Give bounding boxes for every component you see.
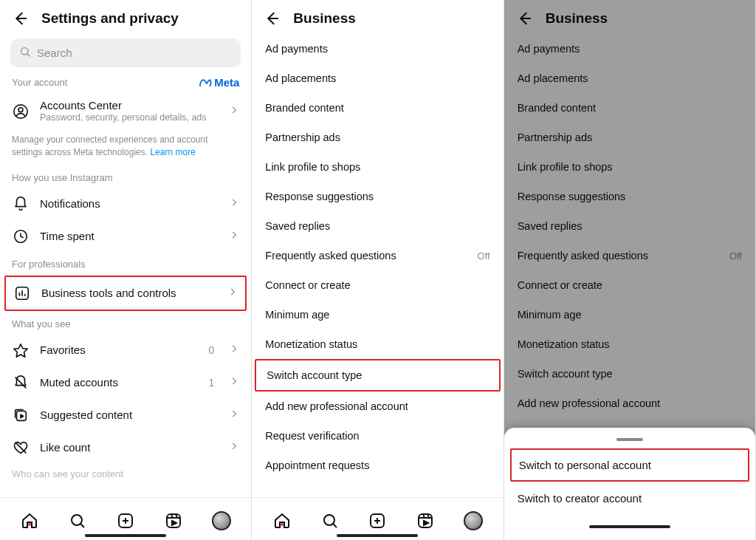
minimum-age-row[interactable]: Minimum age bbox=[252, 300, 503, 329]
link-profile-shops-row[interactable]: Link profile to shops bbox=[252, 152, 503, 182]
notification-dot bbox=[281, 523, 284, 526]
svg-line-16 bbox=[81, 524, 85, 527]
muted-count: 1 bbox=[209, 377, 215, 389]
svg-point-4 bbox=[18, 107, 23, 112]
notifications-row[interactable]: Notifications bbox=[0, 188, 251, 220]
saved-replies-row[interactable]: Saved replies bbox=[252, 211, 503, 241]
business-scroll: Ad payments Ad placements Branded conten… bbox=[252, 34, 503, 540]
add-professional-account-row[interactable]: Add new professional account bbox=[252, 392, 503, 421]
nav-search-icon[interactable] bbox=[68, 511, 87, 530]
muted-label: Muted accounts bbox=[40, 376, 199, 389]
response-suggestions-row: Response suggestions bbox=[504, 182, 755, 211]
ad-payments-row[interactable]: Ad payments bbox=[252, 34, 503, 64]
switch-account-type-highlight: Switch account type bbox=[255, 359, 500, 392]
monetization-status-row[interactable]: Monetization status bbox=[252, 329, 503, 359]
star-icon bbox=[12, 341, 30, 359]
like-count-row[interactable]: Like count bbox=[0, 431, 251, 464]
faq-row[interactable]: Frequently asked questionsOff bbox=[252, 241, 503, 270]
page-title: Business bbox=[293, 10, 355, 27]
time-spent-row[interactable]: Time spent bbox=[0, 220, 251, 253]
svg-point-26 bbox=[324, 515, 334, 525]
business-scroll-dimmed: Ad payments Ad placements Branded conten… bbox=[504, 34, 755, 462]
svg-point-15 bbox=[72, 515, 82, 525]
ad-placements-row: Ad placements bbox=[504, 64, 755, 93]
svg-marker-13 bbox=[21, 414, 24, 418]
response-suggestions-row[interactable]: Response suggestions bbox=[252, 182, 503, 211]
nav-profile-avatar[interactable] bbox=[212, 511, 231, 530]
chart-box-icon bbox=[13, 284, 31, 302]
chevron-right-icon bbox=[229, 105, 239, 118]
chevron-right-icon bbox=[229, 344, 239, 357]
how-you-use-label: How you use Instagram bbox=[0, 166, 251, 188]
appointment-requests-row[interactable]: Appointment requests bbox=[252, 451, 503, 480]
header: Business bbox=[252, 0, 503, 34]
ad-placements-row[interactable]: Ad placements bbox=[252, 64, 503, 93]
accounts-center-row[interactable]: Accounts Center Password, security, pers… bbox=[0, 92, 251, 131]
back-button[interactable] bbox=[516, 10, 532, 27]
svg-marker-24 bbox=[172, 521, 176, 525]
notifications-label: Notifications bbox=[40, 197, 219, 210]
panel-business-sheet: Business Ad payments Ad placements Brand… bbox=[504, 0, 756, 540]
back-button[interactable] bbox=[264, 10, 280, 27]
saved-replies-row: Saved replies bbox=[504, 211, 755, 241]
nav-reels-icon[interactable] bbox=[416, 511, 435, 530]
connect-create-row: Connect or create bbox=[504, 270, 755, 300]
back-button[interactable] bbox=[12, 10, 28, 27]
switch-creator-row[interactable]: Switch to creator account bbox=[504, 482, 755, 515]
business-tools-highlight: Business tools and controls bbox=[4, 276, 247, 311]
switch-account-sheet: Switch to personal account Switch to cre… bbox=[504, 428, 755, 540]
chevron-right-icon bbox=[229, 376, 239, 389]
cutoff-section-label: Who can see your content bbox=[0, 464, 251, 479]
nav-create-icon[interactable] bbox=[116, 511, 135, 530]
learn-more-link[interactable]: Learn more bbox=[150, 147, 195, 157]
nav-search-icon[interactable] bbox=[320, 511, 340, 530]
svg-line-2 bbox=[27, 54, 30, 56]
muted-accounts-row[interactable]: Muted accounts 1 bbox=[0, 366, 251, 399]
bell-icon bbox=[12, 195, 30, 213]
suggested-label: Suggested content bbox=[40, 409, 219, 421]
heart-off-icon bbox=[12, 439, 30, 457]
nav-reels-icon[interactable] bbox=[164, 511, 183, 530]
for-professionals-label: For professionals bbox=[0, 253, 251, 274]
search-input[interactable]: Search bbox=[10, 38, 241, 67]
nav-create-icon[interactable] bbox=[368, 511, 387, 530]
bottom-nav bbox=[252, 497, 503, 540]
faq-trail: Off bbox=[478, 250, 490, 262]
partnership-ads-row[interactable]: Partnership ads bbox=[252, 123, 503, 152]
bell-off-icon bbox=[12, 374, 30, 392]
ad-payments-row: Ad payments bbox=[504, 34, 755, 64]
suggested-content-row[interactable]: Suggested content bbox=[0, 399, 251, 431]
home-indicator bbox=[85, 534, 166, 537]
settings-scroll: Your account Meta Accounts Center Passwo… bbox=[0, 75, 251, 540]
partnership-ads-row: Partnership ads bbox=[504, 123, 755, 152]
nav-profile-avatar[interactable] bbox=[464, 511, 483, 530]
switch-account-type-row[interactable]: Switch account type bbox=[256, 360, 498, 390]
sheet-handle[interactable] bbox=[616, 438, 643, 441]
nav-home-icon[interactable] bbox=[20, 511, 39, 530]
switch-personal-highlight: Switch to personal account bbox=[510, 448, 749, 482]
your-account-header: Your account Meta bbox=[0, 75, 251, 92]
switch-personal-row[interactable]: Switch to personal account bbox=[512, 450, 748, 480]
add-professional-account-row: Add new professional account bbox=[504, 389, 755, 418]
request-verification-row[interactable]: Request verification bbox=[252, 421, 503, 451]
meta-logo: Meta bbox=[199, 76, 239, 89]
your-account-label: Your account bbox=[12, 77, 67, 88]
what-you-see-label: What you see bbox=[0, 312, 251, 334]
chevron-right-icon bbox=[229, 409, 239, 422]
avatar-icon bbox=[212, 511, 231, 530]
svg-marker-10 bbox=[14, 344, 27, 357]
person-circle-icon bbox=[12, 103, 30, 120]
chevron-right-icon bbox=[227, 287, 238, 300]
monetization-status-row: Monetization status bbox=[504, 329, 755, 359]
accounts-center-subtitle: Password, security, personal details, ad… bbox=[40, 112, 219, 123]
header: Settings and privacy bbox=[0, 0, 251, 34]
connect-create-row[interactable]: Connect or create bbox=[252, 270, 503, 300]
favorites-row[interactable]: Favorites 0 bbox=[0, 334, 251, 366]
home-indicator bbox=[589, 525, 670, 528]
business-tools-row[interactable]: Business tools and controls bbox=[6, 277, 245, 310]
home-indicator bbox=[337, 534, 418, 537]
nav-home-icon[interactable] bbox=[272, 511, 292, 530]
bottom-nav bbox=[0, 497, 251, 540]
chevron-right-icon bbox=[229, 441, 239, 454]
branded-content-row[interactable]: Branded content bbox=[252, 93, 503, 123]
